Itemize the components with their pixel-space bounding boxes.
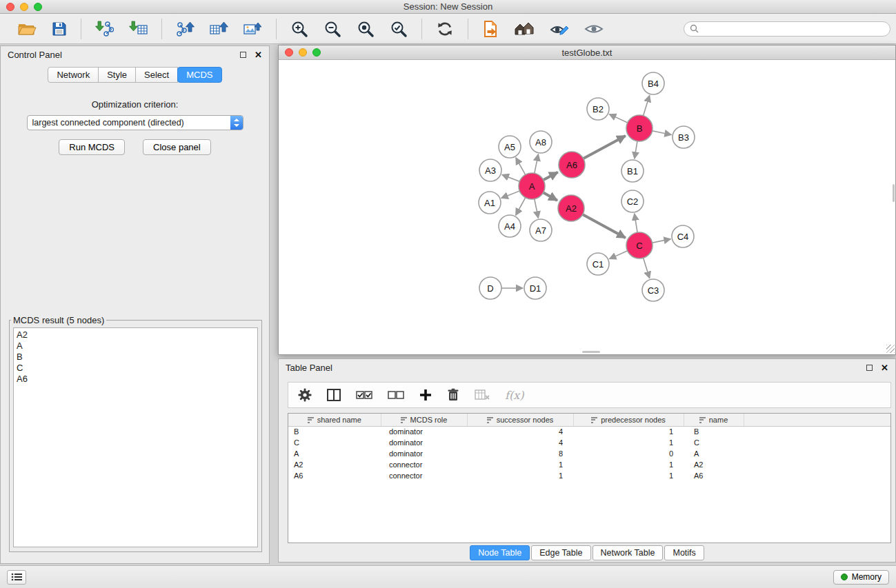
network-node-A3[interactable]: A3 <box>479 159 501 181</box>
zoom-out-button[interactable] <box>321 19 344 39</box>
svg-text:A4: A4 <box>504 221 515 232</box>
network-node-A6[interactable]: A6 <box>559 152 585 178</box>
network-node-A2[interactable]: A2 <box>558 195 584 221</box>
column-sort-icon <box>487 417 493 423</box>
apply-layout-button[interactable] <box>433 19 457 39</box>
table-tab-network-table[interactable]: Network Table <box>593 545 664 560</box>
run-mcds-button[interactable]: Run MCDS <box>59 139 125 155</box>
network-node-B2[interactable]: B2 <box>587 98 609 120</box>
home-button[interactable] <box>511 19 537 39</box>
table-tab-edge-table[interactable]: Edge Table <box>531 545 590 560</box>
column-header-mcds-role[interactable]: MCDS role <box>381 414 467 426</box>
add-column-button[interactable] <box>419 389 432 401</box>
dropdown-selected-value: largest connected component (directed) <box>32 118 184 128</box>
network-node-B4[interactable]: B4 <box>642 72 664 94</box>
tab-mcds[interactable]: MCDS <box>177 67 221 83</box>
network-node-A[interactable]: A <box>519 173 545 199</box>
table-row[interactable]: Cdominator41C <box>288 437 890 448</box>
table-row[interactable]: A2connector11A2 <box>288 459 890 470</box>
network-node-A5[interactable]: A5 <box>499 136 521 158</box>
delete-table-button[interactable] <box>475 389 490 401</box>
show-hidden-panels-button[interactable] <box>7 570 26 585</box>
close-panel-button[interactable]: Close panel <box>143 139 211 155</box>
export-network-button[interactable] <box>173 19 197 39</box>
minimize-window-button[interactable] <box>20 3 28 11</box>
network-node-C4[interactable]: C4 <box>672 225 694 247</box>
export-table-button[interactable] <box>207 19 231 39</box>
import-table-button[interactable] <box>126 19 150 39</box>
svg-text:D: D <box>487 283 493 294</box>
network-canvas[interactable]: B4B2BB3A5A8A6A3B1AA1C2A2A4A7C4CC1C3DD1 <box>279 60 895 354</box>
network-node-A1[interactable]: A1 <box>479 192 501 214</box>
table-settings-button[interactable] <box>298 388 312 402</box>
network-node-B[interactable]: B <box>626 115 653 141</box>
export-image-button[interactable] <box>241 19 265 39</box>
network-node-B3[interactable]: B3 <box>673 126 695 148</box>
network-window-titlebar[interactable]: testGlobe.txt <box>279 45 895 60</box>
function-builder-button[interactable]: f(x) <box>505 389 524 402</box>
tab-select[interactable]: Select <box>135 67 178 83</box>
node-table[interactable]: shared nameMCDS rolesuccessor nodesprede… <box>288 413 891 543</box>
save-session-button[interactable] <box>49 20 70 38</box>
network-node-A4[interactable]: A4 <box>499 215 521 237</box>
table-row[interactable]: A6connector11A6 <box>288 470 890 481</box>
search-field[interactable] <box>684 21 890 37</box>
column-header-shared-name[interactable]: shared name <box>288 414 381 426</box>
maximize-window-button[interactable] <box>34 3 42 11</box>
mcds-result-item[interactable]: A6 <box>17 374 257 385</box>
svg-text:B: B <box>637 123 643 134</box>
search-input[interactable] <box>702 24 884 34</box>
memory-button[interactable]: Memory <box>833 570 889 585</box>
network-node-C3[interactable]: C3 <box>642 279 664 301</box>
delete-column-button[interactable] <box>447 388 459 402</box>
network-node-C2[interactable]: C2 <box>621 190 644 212</box>
float-table-panel-icon[interactable] <box>866 365 873 371</box>
mcds-result-list[interactable]: A2ABCA6 <box>13 327 258 547</box>
import-network-button[interactable] <box>92 19 117 39</box>
table-row[interactable]: Adominator80A <box>288 448 890 459</box>
column-header-name[interactable]: name <box>684 414 744 426</box>
column-header-successor-nodes[interactable]: successor nodes <box>467 414 573 426</box>
mcds-result-item[interactable]: A2 <box>17 330 257 341</box>
column-visibility-button[interactable] <box>327 389 341 401</box>
tab-network[interactable]: Network <box>48 67 99 83</box>
zoom-fit-button[interactable] <box>354 19 377 39</box>
zoom-in-button[interactable] <box>288 19 311 39</box>
network-node-D[interactable]: D <box>479 277 501 299</box>
dropdown-stepper-icon <box>230 116 243 130</box>
close-table-panel-icon[interactable]: ✕ <box>881 363 888 372</box>
mcds-result-item[interactable]: A <box>17 341 257 352</box>
column-header-predecessor-nodes[interactable]: predecessor nodes <box>573 414 684 426</box>
network-node-A8[interactable]: A8 <box>530 131 552 153</box>
close-window-button[interactable] <box>6 3 14 11</box>
table-tab-motifs[interactable]: Motifs <box>664 545 704 560</box>
horizontal-scrollbar[interactable] <box>582 351 600 353</box>
network-node-A7[interactable]: A7 <box>530 219 552 241</box>
mcds-result-item[interactable]: C <box>17 363 257 374</box>
close-network-window-button[interactable] <box>285 48 293 57</box>
network-graph[interactable]: B4B2BB3A5A8A6A3B1AA1C2A2A4A7C4CC1C3DD1 <box>279 60 895 354</box>
resize-grip[interactable] <box>886 345 895 353</box>
select-all-button[interactable] <box>356 390 372 400</box>
float-panel-icon[interactable] <box>240 52 246 58</box>
table-row[interactable]: Bdominator41B <box>288 426 890 437</box>
status-bar: Memory <box>0 565 896 588</box>
deselect-all-button[interactable] <box>388 390 404 400</box>
maximize-network-window-button[interactable] <box>312 48 321 57</box>
import-public-database-button[interactable] <box>479 19 501 39</box>
edit-annotation-button[interactable] <box>547 19 572 39</box>
tab-style[interactable]: Style <box>98 67 136 83</box>
minimize-network-window-button[interactable] <box>299 48 307 57</box>
show-graphics-details-button[interactable] <box>581 20 606 38</box>
mcds-result-item[interactable]: B <box>17 352 257 363</box>
zoom-selected-button[interactable] <box>387 19 410 39</box>
vertical-scrollbar[interactable] <box>893 184 895 202</box>
open-session-button[interactable] <box>14 19 39 39</box>
network-node-C[interactable]: C <box>626 232 653 258</box>
optimization-dropdown[interactable]: largest connected component (directed) <box>27 115 243 130</box>
network-node-D1[interactable]: D1 <box>524 277 546 299</box>
network-node-B1[interactable]: B1 <box>621 160 644 182</box>
table-tab-node-table[interactable]: Node Table <box>470 545 530 560</box>
close-panel-icon[interactable]: ✕ <box>255 50 262 59</box>
network-node-C1[interactable]: C1 <box>587 253 609 275</box>
